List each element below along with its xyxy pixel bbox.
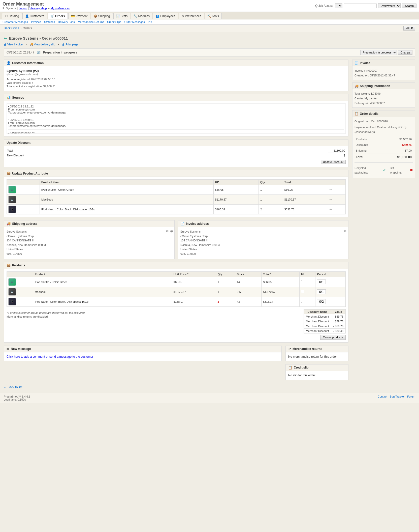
tab-modules[interactable]: 🔧 Modules [131,13,152,19]
logout-link[interactable]: Logout [19,7,27,10]
footer-bug-tracker-link[interactable]: Bug Tracker [390,395,405,401]
prod-cancel-3[interactable] [317,299,326,304]
credit-slip-body: No slip for this order. [286,371,348,380]
update-discount-button[interactable]: Update Discount [321,160,346,164]
tab-catalog[interactable]: 🏷 Catalog [2,13,22,19]
gift-wrapping-label: Gift wrapping: [390,166,406,175]
customer-info-header: 👤 Customer information [4,60,348,66]
source-item-3: • 04/26/2012 06:54:28 From: modulebazaar… [8,132,344,134]
subnav-statuses[interactable]: Statuses [44,20,55,23]
discount-col-value: Value [331,309,345,314]
new-discount-input[interactable] [328,153,343,158]
prod-name-2: MacBook [33,287,172,297]
footer-forum-link[interactable]: Forum [407,395,415,401]
subnav-credit-slips[interactable]: Credit Slips [107,20,121,23]
subnav-order-messages[interactable]: Order Messages [124,20,145,23]
customer-total-spent: Total spent since registration: $2,988.5… [7,85,346,88]
breadcrumb-backoffice[interactable]: Back Office [4,26,19,30]
prod-check-2[interactable] [301,290,304,293]
everywhere-select[interactable]: Everywhere [378,3,401,8]
order-title-row: ⬅ Egrove Systems - Order #000011 [4,36,415,41]
attr-row-3: 📱 iPod Nano - Color: Black, Disk space: … [7,205,346,214]
tab-tools[interactable]: 🔨 Tools [205,13,222,19]
search-input[interactable] [344,4,377,8]
shipping-info-icon: 🚚 [354,84,359,88]
tab-payment[interactable]: 💳 Payment [68,13,90,19]
subnav-pdf[interactable]: PDF [148,20,153,23]
invoice-sidebar-title: Invoice [360,61,370,65]
prod-cancel-1[interactable] [317,279,326,284]
merchandise-returns-title: Merchandise returns [293,347,322,351]
discount-val-3: - $59.76 [331,324,345,328]
attr-edit-1[interactable]: ✏ [330,188,332,191]
det-val-shipping: $7.00 [381,148,413,154]
search-button[interactable]: Search [402,4,416,8]
new-message-header: ✉ New message [4,346,281,352]
prod-check-3[interactable] [301,300,304,303]
status-select[interactable]: Preparation in progress [360,50,397,55]
bottom-left: ✉ New message Click here to add a commen… [4,346,282,383]
tab-customers[interactable]: 👤 Customers [22,13,47,19]
footer-contact-link[interactable]: Contact [378,395,387,401]
subnav-delivery-slips[interactable]: Delivery Slips [58,20,75,23]
view-invoice-link[interactable]: 🖨 View invoice [4,43,23,46]
discount-val-4: - $80.48 [331,328,345,333]
invoice-edit-icon[interactable]: ✏ [344,228,347,234]
order-details-body: Original cart: Cart #000020 Payment meth… [352,117,415,178]
view-my-shop-link[interactable]: View my shop [29,7,47,10]
prod-check-1[interactable] [301,280,304,283]
discount-val-2: - $59.76 [331,319,345,324]
attr-name-2: MacBook [40,195,213,205]
det-val-discounts: -$259.76 [381,142,413,148]
prod-cancel-2[interactable] [317,289,326,294]
new-discount-label: New Discount [7,153,174,158]
back-to-list-link[interactable]: ← Back to list [4,385,348,389]
products-bottom: * For this customer group, prices are di… [7,309,346,340]
change-status-button[interactable]: Change [398,50,412,55]
shipping-edit-icon[interactable]: ✏ [166,228,169,234]
update-discount-section: Update Discount Total $1300.00 New Disco… [4,139,348,167]
new-message-link[interactable]: Click here to add a comment or send a me… [7,355,93,358]
discount-name-4: Merchant Discount [304,328,331,333]
quick-access-select[interactable] [335,3,342,8]
tab-preferences[interactable]: ⚙ Preferences [179,13,204,19]
attr-edit-3[interactable]: ✏ [330,208,332,211]
sources-body: • 05/6/2012 13:21:22 From: egrovesys.com… [4,101,348,136]
prod-col-product: Product [33,271,172,277]
tab-orders[interactable]: 🛒 Orders [48,13,68,19]
view-delivery-slip-link[interactable]: 🚚 View delivery slip [30,43,55,46]
sources-list[interactable]: • 05/6/2012 13:21:22 From: egrovesys.com… [7,103,346,134]
det-label-discounts: Discounts [354,142,381,148]
tab-shipping[interactable]: 📦 Shipping [91,13,113,19]
merchandise-returns-text: No merchandise return for this order. [288,355,337,358]
subnav-merchandise-returns[interactable]: Merchandise Returns [78,20,104,23]
my-preferences-link[interactable]: My preferences [51,7,70,10]
shipping-weight: Total weight: 1.750 lb [354,91,413,96]
source-date-2: • 05/6/2012 12:59:21 [8,118,344,121]
invoice-number: Invoice #IN000007 [354,68,413,73]
products-icon: 📦 [7,264,11,267]
shipping-delete-icon[interactable]: ⊕ [170,228,173,234]
tab-stats[interactable]: 📊 Stats [113,13,131,19]
help-button[interactable]: HELP [403,26,415,31]
footer: PrestaShop™ 1.4.6.1 Load time: 0.150s Co… [0,393,419,403]
customer-info-section: 👤 Customer information Egrove Systems (#… [4,60,348,91]
order-arrow-icon: ⬅ [4,36,7,41]
subnav-customer-messages[interactable]: Customer Messages [3,20,28,23]
prod-qty-2: 1 [216,287,235,297]
invoice-address-body: ✏ Egrove Systems eGrove Systems Corp 134… [178,227,348,259]
subnav-invoices[interactable]: Invoices [31,20,41,23]
shipping-info-body: Total weight: 1.750 lb Carrier: My carri… [352,89,415,107]
print-page-link[interactable]: 🖨 Print page [62,43,78,46]
attr-edit-2[interactable]: ✏ [330,198,332,201]
footer-links: Contact Bug Tracker Forum [378,395,415,401]
shipping-address-header: 🚚 Shipping address [4,220,174,227]
sources-header: 📊 Sources [4,94,348,101]
source-to-2: To: productdemo.egrovesys.com/ordermanag… [8,124,344,127]
payment-method: Payment method: Cash on delivery (COD) (… [354,125,413,134]
cancel-products-button[interactable]: Cancel products [320,335,346,340]
attr-up-3: $166.39 [213,205,259,214]
tab-employees[interactable]: 👥 Employees [153,13,178,19]
discount-row-2: Merchant Discount - $59.76 [304,319,345,324]
customer-info-title: Customer information [12,61,44,65]
